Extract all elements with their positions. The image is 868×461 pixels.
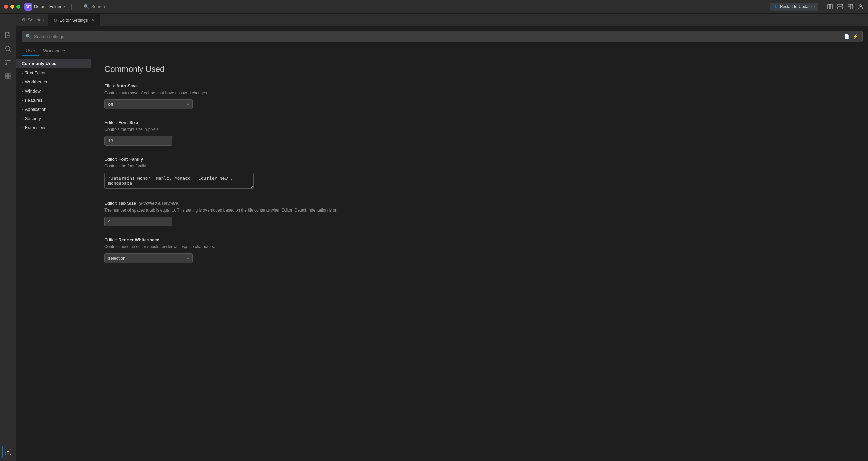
setting-font-size: Editor: Font Size Controls the font size… (104, 120, 854, 146)
nav-item-window[interactable]: › Window (16, 86, 91, 96)
section-title: Commonly Used (104, 64, 854, 74)
restart-to-update-button[interactable]: ⬇ Restart to Update › (770, 3, 818, 11)
setting-render-whitespace-select-wrapper[interactable]: none boundary selection trailing all ▾ (104, 253, 193, 263)
setting-auto-save-select-wrapper[interactable]: off afterDelay onFocusChange onWindowCha… (104, 99, 193, 109)
tab-editor-settings[interactable]: ⚙ Editor Settings × (48, 14, 100, 26)
setting-font-size-desc: Controls the font size in pixels. (104, 126, 854, 133)
setting-font-family: Editor: Font Family Controls the font fa… (104, 157, 854, 190)
setting-render-whitespace-bold: Render Whitespace (118, 237, 159, 242)
svg-line-12 (9, 50, 11, 52)
svg-rect-2 (838, 4, 843, 6)
settings-main: Commonly Used Files: Auto Save Controls … (91, 56, 868, 461)
svg-rect-3 (838, 7, 843, 9)
select-arrow-whitespace-icon: ▾ (187, 256, 189, 261)
settings-tab-label: Settings (28, 17, 44, 22)
extensions-activity-icon[interactable] (2, 70, 14, 82)
svg-point-15 (5, 64, 7, 65)
split-editor-icon[interactable] (827, 3, 833, 10)
search-input-wrapper[interactable]: 🔍 📄 ⚡ (22, 31, 863, 42)
nav-item-application[interactable]: › Application (16, 105, 91, 114)
source-control-icon[interactable] (2, 56, 14, 68)
app-name-label: Default Folder (34, 4, 62, 9)
svg-point-7 (860, 5, 862, 7)
setting-tab-size-label: Editor: Tab Size(Modified elsewhere) (104, 201, 854, 206)
files-icon[interactable] (2, 29, 14, 41)
nav-label-workbench: Workbench (25, 79, 47, 84)
nav-label-security: Security (25, 116, 41, 121)
close-button[interactable] (4, 5, 8, 9)
nav-label-application: Application (25, 107, 47, 112)
setting-auto-save-select[interactable]: off afterDelay onFocusChange onWindowCha… (108, 102, 187, 107)
restart-btn-label: Restart to Update (780, 4, 812, 9)
tab-settings[interactable]: ⚙ Settings (17, 14, 48, 26)
editor-settings-tab-label: Editor Settings (59, 18, 88, 23)
setting-tab-size-input[interactable] (104, 217, 172, 226)
setting-tab-size-bold: Tab Size (118, 201, 136, 206)
setting-font-family-label: Editor: Font Family (104, 157, 854, 162)
gear-icon-editor: ⚙ (53, 18, 57, 23)
tab-workspace[interactable]: Workspace (39, 46, 69, 56)
nav-label-features: Features (25, 98, 42, 103)
search-input-icon: 🔍 (25, 34, 31, 39)
customize-layout-icon[interactable] (847, 3, 854, 10)
setting-font-family-desc: Controls the font family. (104, 163, 854, 169)
maximize-button[interactable] (16, 5, 20, 9)
traffic-lights (4, 5, 20, 9)
setting-font-size-label: Editor: Font Size (104, 120, 854, 125)
setting-tab-size-modified: (Modified elsewhere) (139, 201, 180, 206)
select-arrow-icon: ▾ (187, 102, 189, 107)
chevron-right-icon-sec: › (22, 117, 23, 121)
setting-tab-size-desc: The number of spaces a tab is equal to. … (104, 207, 854, 213)
chevron-right-icon-app: › (22, 107, 23, 112)
app-icon: DF (24, 3, 32, 11)
svg-rect-1 (830, 4, 832, 9)
scope-tabs: User Workspace (16, 46, 868, 56)
setting-render-whitespace-label: Editor: Render Whitespace (104, 237, 854, 242)
setting-auto-save: Files: Auto Save Controls auto save of e… (104, 83, 854, 109)
nav-item-security[interactable]: › Security (16, 114, 91, 123)
filter-settings-icon[interactable]: ⚡ (852, 33, 859, 40)
download-icon: ⬇ (774, 4, 778, 9)
search-icon: 🔍 (84, 4, 89, 9)
chevron-right-icon-wb: › (22, 80, 23, 84)
titlebar-search[interactable]: 🔍 Search (84, 4, 105, 9)
minimize-button[interactable] (10, 5, 14, 9)
chevron-right-icon-feat: › (22, 98, 23, 102)
tab-bar: ⚙ Settings ⚙ Editor Settings × (0, 14, 868, 26)
settings-body: Commonly Used › Text Editor › Workbench … (16, 56, 868, 461)
app-title[interactable]: DF Default Folder ▾ (24, 3, 66, 11)
search-activity-icon[interactable] (2, 43, 14, 55)
account-icon[interactable] (857, 3, 864, 10)
titlebar-actions (827, 3, 864, 10)
setting-render-whitespace-desc: Controls how the editor should render wh… (104, 244, 854, 250)
tab-close-button[interactable]: × (90, 17, 96, 23)
chevron-right-icon: › (22, 71, 23, 75)
editor-layout-icon[interactable] (837, 3, 844, 10)
chevron-right-icon-ext: › (22, 126, 23, 130)
nav-item-text-editor[interactable]: › Text Editor (16, 68, 91, 77)
chevron-right-icon: › (814, 4, 815, 9)
setting-auto-save-prefix: Files: (104, 83, 116, 88)
tab-user[interactable]: User (22, 46, 39, 56)
setting-tab-size: Editor: Tab Size(Modified elsewhere) The… (104, 201, 854, 226)
search-settings-input[interactable] (34, 34, 841, 39)
open-settings-json-icon[interactable]: 📄 (843, 33, 850, 40)
gear-icon: ⚙ (22, 17, 26, 22)
svg-point-13 (5, 60, 7, 61)
setting-font-size-input[interactable] (104, 136, 172, 146)
nav-label-extensions: Extensions (25, 125, 47, 130)
nav-item-extensions[interactable]: › Extensions (16, 123, 91, 132)
setting-font-family-prefix: Editor: (104, 157, 118, 162)
setting-font-size-prefix: Editor: (104, 120, 118, 125)
setting-auto-save-desc: Controls auto save of editors that have … (104, 90, 854, 96)
nav-item-features[interactable]: › Features (16, 96, 91, 105)
app-chevron-icon: ▾ (64, 4, 66, 9)
nav-item-workbench[interactable]: › Workbench (16, 77, 91, 86)
nav-item-commonly-used[interactable]: Commonly Used (16, 59, 91, 68)
setting-font-family-input[interactable]: 'JetBrains Mono', Menlo, Monaco, 'Courie… (104, 173, 254, 189)
settings-content: 🔍 📄 ⚡ User Workspace Commonly Used › Tex… (16, 26, 868, 461)
nav-label-text-editor: Text Editor (25, 70, 46, 75)
setting-render-whitespace-select[interactable]: none boundary selection trailing all (108, 256, 187, 261)
settings-activity-icon[interactable] (2, 446, 14, 458)
settings-nav: Commonly Used › Text Editor › Workbench … (16, 56, 91, 461)
